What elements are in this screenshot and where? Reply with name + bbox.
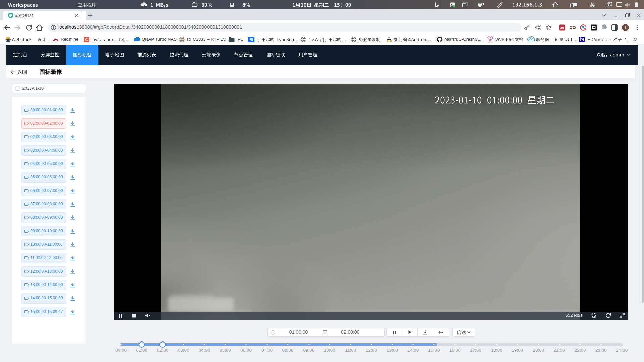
svg-text:JS: JS (560, 26, 564, 30)
svg-text:WVP·PRO: WVP·PRO (488, 42, 493, 43)
svg-text:C: C (85, 38, 88, 42)
svg-text:I: I (625, 26, 626, 30)
